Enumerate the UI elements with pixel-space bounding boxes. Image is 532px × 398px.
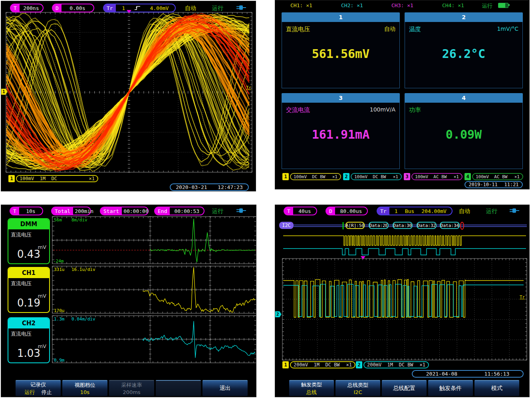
trigger-pill[interactable]: Tr 1 4.00mV — [103, 4, 176, 12]
channel1-settings-bar[interactable]: 1 100mV DC BW ×1 — [282, 173, 341, 180]
ch2-probe-label: CH2: ×1 — [341, 2, 363, 8]
mode-button[interactable]: 模式 — [474, 380, 519, 396]
panel2-number: 2 — [405, 12, 523, 22]
channel4-settings-text: 100mV AC BW — [476, 174, 507, 179]
panel3-number: 3 — [282, 93, 400, 103]
decode-frame-data2: Data:30 — [393, 222, 413, 229]
acquire-mode-label: 自动 — [459, 208, 470, 215]
trigger-type-button[interactable]: 触发类型 总线 — [289, 380, 334, 396]
plot3-scale-label: 0.04m/div — [71, 316, 95, 322]
date-label: 2020-03-21 — [176, 184, 207, 190]
run-state-label: 运行 — [482, 2, 492, 10]
button-value: 200ms — [123, 389, 140, 395]
channel1-probe: ×1 — [89, 176, 95, 181]
bus-type-badge[interactable]: I2C — [279, 222, 294, 229]
button-value: 总线 — [306, 389, 317, 396]
timebase-tag: T — [11, 4, 20, 12]
ch1-value: 0.19 — [8, 297, 49, 309]
panel4-value: 0.09W — [405, 127, 522, 141]
timebase-value: 200ns — [20, 4, 43, 12]
channel2-badge: 2 — [343, 173, 349, 180]
panel1-value: 561.56mV — [282, 47, 399, 61]
bus-decode-screen: T 40us D 80.00us Tr 1 Bus 204.00mV 自动 运行… — [275, 205, 530, 397]
button-title: 采样速率 — [121, 382, 142, 389]
recorder-run-stop-button[interactable]: 记录仪 运行 停止 — [16, 380, 61, 396]
view-scale-button[interactable]: 视图档位 10s — [62, 380, 107, 396]
start-value: 00:00:00 — [122, 207, 150, 215]
timebase-value: 40us — [293, 207, 316, 215]
bus-type-button[interactable]: 总线类型 I2C — [335, 380, 380, 396]
plot3-max-label: 1.3m — [54, 316, 65, 322]
run-state-label: 运行 — [212, 208, 223, 215]
channel1-settings-text: 100mV DC BW — [294, 174, 325, 179]
channel1-settings-bar[interactable]: 1 200mV 1M DC BW ×1 — [282, 361, 355, 368]
channel2-settings-text: 100mV DC BW — [354, 174, 386, 179]
ch1-card-title: CH1 — [8, 268, 49, 278]
datetime-box: 2021-04-08 11:56:13 — [412, 370, 524, 378]
start-time-pill[interactable]: Start 00:00:00 — [100, 207, 149, 215]
oscilloscope-screen: T 200ns D 0.00s Tr 1 4.00mV 自动 运行 1 Tr 1… — [1, 1, 256, 191]
channel2-settings-bar[interactable]: 2 200mV 1M DC BW ×1 — [356, 361, 429, 368]
channel1-settings-text: 200mV 1M DC BW — [294, 362, 340, 368]
power-plug-icon — [236, 208, 246, 213]
timebase-pill[interactable]: T 40us — [284, 207, 317, 215]
dmm-value: 0.43 — [8, 248, 49, 260]
plot1-max-label: 56m — [54, 217, 62, 223]
power-plug-icon — [236, 5, 246, 10]
panel2-function-label: 温度 — [409, 26, 421, 33]
total-tag: Total — [52, 207, 73, 215]
date-label: 2019-10-11 — [468, 182, 497, 187]
meter-panel-4: 4 功率 0.09W — [405, 93, 523, 169]
trigger-level: 204.00mV — [421, 208, 447, 214]
run-option: 运行 — [25, 389, 35, 396]
end-tag: End — [155, 207, 170, 215]
meter-panel-3: 3 交流电流 100mV/A 161.91mA — [282, 93, 400, 169]
channel2-probe: ×1 — [420, 362, 425, 368]
end-time-pill[interactable]: End 00:00:53 — [154, 207, 204, 215]
timebase-pill[interactable]: T 200ns — [10, 4, 44, 12]
ch2-function: 直流电压 — [11, 330, 32, 338]
bus-config-button[interactable]: 总线配置 — [382, 380, 427, 396]
channel2-badge: 2 — [356, 361, 362, 368]
stop-option: 停止 — [42, 389, 52, 396]
channel1-settings-bar[interactable]: 1 100mV 1M DC ×1 — [8, 175, 98, 182]
channel4-settings-bar[interactable]: 4 100mV AC BW ×1 — [465, 173, 523, 180]
waveform-canvas — [1, 1, 256, 191]
exit-button[interactable]: 退出 — [202, 380, 248, 396]
channel2-probe: ×1 — [393, 174, 398, 179]
trigger-level: 4.00mV — [150, 5, 169, 11]
time-label: 12:47:23 — [218, 184, 243, 190]
meter-panel-2: 2 温度 1mV/°C 26.2°C — [405, 12, 523, 88]
trigger-pill[interactable]: Tr 1 Bus 204.00mV — [377, 207, 453, 215]
trigger-position-marker[interactable] — [127, 10, 131, 13]
battery-icon — [498, 3, 508, 8]
button-title: 模式 — [491, 385, 502, 392]
ch1-source-card: CH1 直流电压 mV 0.19 — [8, 267, 50, 313]
trigger-position-marker[interactable] — [361, 256, 365, 259]
sample-rate-button: 采样速率 200ms — [109, 380, 154, 396]
total-time-pill[interactable]: Total 200min — [51, 207, 91, 215]
datetime-box: 2020-03-21 12:47:23 — [170, 183, 249, 191]
ch3-probe-label: CH3: ×1 — [391, 2, 413, 8]
ch2-card-title: CH2 — [8, 318, 49, 328]
delay-value: 0.00s — [62, 4, 93, 12]
plot2-scale-label: 16.1u/div — [71, 267, 95, 272]
timebase-pill[interactable]: T 10s — [10, 207, 43, 215]
rising-edge-icon — [134, 5, 141, 11]
channel2-settings-bar[interactable]: 2 100mV DC BW ×1 — [343, 173, 402, 180]
dmm-source-card: DMM 直流电压 mV 0.43 — [8, 218, 50, 264]
channel3-settings-bar[interactable]: 3 100mV AC BW ×1 — [404, 173, 463, 180]
decode-frame-data3: Data:32 — [417, 222, 437, 229]
end-value: 00:00:53 — [170, 207, 204, 215]
trigger-condition-button[interactable]: 触发条件 — [428, 380, 473, 396]
plot2-min-label: 170u — [54, 308, 65, 313]
acquire-mode-label: 自动 — [185, 5, 196, 12]
button-title: 总线类型 — [347, 382, 368, 389]
delay-pill[interactable]: D 80.00us — [326, 207, 368, 215]
channel1-badge: 1 — [282, 173, 289, 180]
delay-pill[interactable]: D 0.00s — [52, 4, 94, 12]
button-value: I2C — [353, 389, 362, 395]
channel1-badge: 1 — [8, 175, 15, 182]
button-title: 视图档位 — [75, 382, 95, 389]
delay-tag: D — [53, 4, 62, 12]
